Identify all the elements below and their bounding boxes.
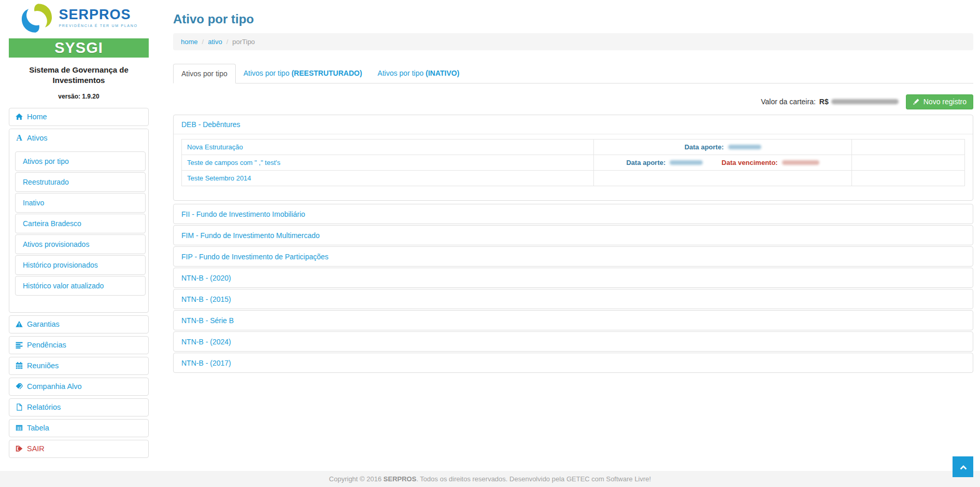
aporte-label: Data aporte: [626,159,665,166]
sidebar-item-label: Relatórios [27,403,61,411]
table-row: Nova Estruturação Data aporte: [182,140,965,155]
toolbar: Valor da carteira: R$ Novo registro [173,94,973,109]
asset-link[interactable]: Nova Estruturação [187,143,243,151]
footer-copyright-suffix: . Todos os direitos reservados. Desenvol… [416,475,651,483]
portfolio-value: Valor da carteira: R$ [761,98,898,106]
footer-copyright-prefix: Copyright © 2016 [329,475,384,483]
sidebar-item-relatorios[interactable]: Relatórios [9,398,149,416]
tab-bar: Ativos por tipo Ativos por tipo(REESTRUT… [173,64,973,84]
sidebar-item-home[interactable]: Home [9,108,149,126]
breadcrumb-separator: / [226,38,229,46]
scroll-top-button[interactable] [953,456,973,477]
app-version: versão: 1.9.20 [0,93,158,100]
sidebar-item-label: Reuniões [27,361,59,370]
sidebar-item-sair[interactable]: SAIR [9,440,149,458]
sidebar-item-label: Companhia Alvo [27,382,82,391]
footer-brand: SERPROS [384,475,417,483]
serpros-swirl-icon [20,3,54,32]
sidebar-item-reestruturado[interactable]: Reestruturado [15,172,146,192]
redacted-date-value [670,160,703,165]
aporte-label: Data aporte: [685,143,724,151]
accordion-panel-fii[interactable]: FII - Fundo de Investimento Imobiliário [173,204,973,224]
app-name-banner: SYSGI [9,38,149,58]
accordion-panel-ntnb-serie-b[interactable]: NTN-B - Série B [173,310,973,330]
sidebar-item-ativos-por-tipo[interactable]: Ativos por tipo [15,151,146,171]
sidebar-item-label: Home [27,113,47,121]
sidebar-item-label: SAIR [27,444,45,453]
breadcrumb-current: porTipo [232,38,255,46]
table-row: Teste Setembro 2014 [182,171,965,186]
home-icon [16,113,23,120]
accordion-panel-fim[interactable]: FIM - Fundo de Investimento Multimercado [173,225,973,245]
sidebar-item-garantias[interactable]: Garantias [9,315,149,333]
tab-ativos-por-tipo-inativo[interactable]: Ativos por tipo(INATIVO) [370,64,467,83]
new-record-button[interactable]: Novo registro [906,94,973,109]
empty-cell [852,155,965,171]
redacted-date-value [782,160,819,165]
sidebar-item-ativos[interactable]: A Ativos [9,129,148,147]
currency-symbol: R$ [819,98,829,106]
new-record-label: Novo registro [924,98,967,106]
deb-panel-body: Nova Estruturação Data aporte: Teste de … [174,134,973,200]
sign-out-icon [16,445,23,452]
font-a-icon: A [16,134,23,142]
breadcrumb: home / ativo / porTipo [173,33,973,50]
main-content: Ativo por tipo home / ativo / porTipo At… [173,0,973,374]
sidebar: SERPROS PREVIDÊNCIA É TER UM PLANO SYSGI… [0,0,158,461]
portfolio-label: Valor da carteira: [761,98,816,106]
sidebar-item-reunioes[interactable]: Reuniões [9,357,149,375]
asset-link[interactable]: Teste Setembro 2014 [187,174,251,182]
table-row: Teste de campos com " ," test's Data apo… [182,155,965,171]
accordion-panel-ntnb-2015[interactable]: NTN-B - (2015) [173,289,973,309]
breadcrumb-home-link[interactable]: home [181,38,198,46]
sidebar-item-tabela[interactable]: Tabela [9,419,149,437]
sidebar-item-pendencias[interactable]: Pendências [9,336,149,354]
sidebar-item-label: Ativos [27,134,48,142]
brand-name: SERPROS [59,8,137,22]
serpros-logo: SERPROS PREVIDÊNCIA É TER UM PLANO [0,3,158,32]
tab-ativos-por-tipo[interactable]: Ativos por tipo [173,64,236,84]
accordion-panel-fip[interactable]: FIP - Fundo de Investimento de Participa… [173,246,973,267]
file-icon [16,403,23,411]
sidebar-item-label: Pendências [27,341,66,349]
accordion-panel-ntnb-2020[interactable]: NTN-B - (2020) [173,268,973,288]
app-subtitle: Sistema de Governança de Investimentos [15,65,143,86]
footer: Copyright © 2016 SERPROS. Todos os direi… [0,471,980,487]
pencil-icon [913,98,920,105]
breadcrumb-ativo-link[interactable]: ativo [208,38,222,46]
accordion-panel-ntnb-2017[interactable]: NTN-B - (2017) [173,353,973,373]
brand-tagline: PREVIDÊNCIA É TER UM PLANO [59,24,137,27]
redacted-portfolio-value [831,99,899,104]
asset-type-accordion: FII - Fundo de Investimento Imobiliário … [173,204,973,373]
sidebar-group-ativos: A Ativos Ativos por tipo Reestruturado I… [9,129,149,313]
tab-ativos-por-tipo-reestruturado[interactable]: Ativos por tipo(REESTRUTURADO) [236,64,370,83]
warning-icon [16,321,23,328]
page-title: Ativo por tipo [173,11,973,27]
ativos-submenu: Ativos por tipo Reestruturado Inativo Ca… [15,151,146,296]
vencimento-label: Data vencimento: [721,159,777,166]
align-left-icon [16,341,23,349]
breadcrumb-separator: / [202,38,204,46]
chevron-up-icon [959,463,967,470]
empty-cell [852,140,965,155]
sidebar-item-historico-valor-atualizado[interactable]: Histórico valor atualizado [15,276,146,296]
table-icon [16,424,23,432]
accordion-panel-ntnb-2024[interactable]: NTN-B - (2024) [173,331,973,352]
sidebar-item-carteira-bradesco[interactable]: Carteira Bradesco [15,214,146,233]
sidebar-item-label: Tabela [27,424,49,432]
redacted-date-value [728,145,761,149]
asset-link[interactable]: Teste de campos com " ," test's [187,159,280,166]
calendar-icon [16,362,23,369]
deb-panel-heading[interactable]: DEB - Debêntures [174,115,973,134]
sidebar-item-ativos-provisionados[interactable]: Ativos provisionados [15,234,146,254]
sidebar-item-label: Garantias [27,320,60,328]
deb-table: Nova Estruturação Data aporte: Teste de … [181,139,965,186]
empty-cell [593,171,852,186]
deb-panel-title[interactable]: DEB - Debêntures [181,120,240,129]
sidebar-menu: Home A Ativos Ativos por tipo Reestrutur… [9,108,149,458]
deb-panel: DEB - Debêntures Nova Estruturação Data … [173,115,973,201]
empty-cell [852,171,965,186]
sidebar-item-historico-provisionados[interactable]: Histórico provisionados [15,255,146,275]
sidebar-item-inativo[interactable]: Inativo [15,193,146,213]
sidebar-item-companhia-alvo[interactable]: Companhia Alvo [9,378,149,396]
